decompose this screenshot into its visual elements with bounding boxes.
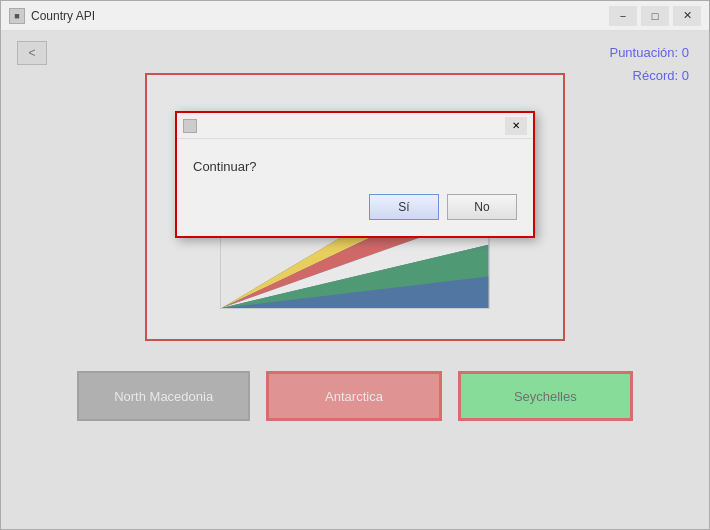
close-button[interactable]: ✕	[673, 6, 701, 26]
modal-close-button[interactable]: ✕	[505, 117, 527, 135]
modal-dialog: ✕ Continuar? Sí No	[175, 111, 535, 238]
titlebar: ■ Country API − □ ✕	[1, 1, 709, 31]
modal-titlebar: ✕	[177, 113, 533, 139]
modal-body: Continuar? Sí No	[177, 139, 533, 236]
titlebar-left: ■ Country API	[9, 8, 95, 24]
maximize-button[interactable]: □	[641, 6, 669, 26]
modal-title-left	[183, 119, 197, 133]
modal-yes-button[interactable]: Sí	[369, 194, 439, 220]
main-content: < Puntuación: 0 Récord: 0 De que país é …	[1, 31, 709, 529]
app-icon: ■	[9, 8, 25, 24]
modal-icon	[183, 119, 197, 133]
minimize-button[interactable]: −	[609, 6, 637, 26]
modal-overlay: ✕ Continuar? Sí No	[1, 31, 709, 529]
window-title: Country API	[31, 9, 95, 23]
main-window: ■ Country API − □ ✕ < Puntuación: 0 Réco…	[0, 0, 710, 530]
titlebar-controls: − □ ✕	[609, 6, 701, 26]
modal-buttons: Sí No	[193, 194, 517, 220]
modal-text: Continuar?	[193, 159, 517, 174]
modal-no-button[interactable]: No	[447, 194, 517, 220]
